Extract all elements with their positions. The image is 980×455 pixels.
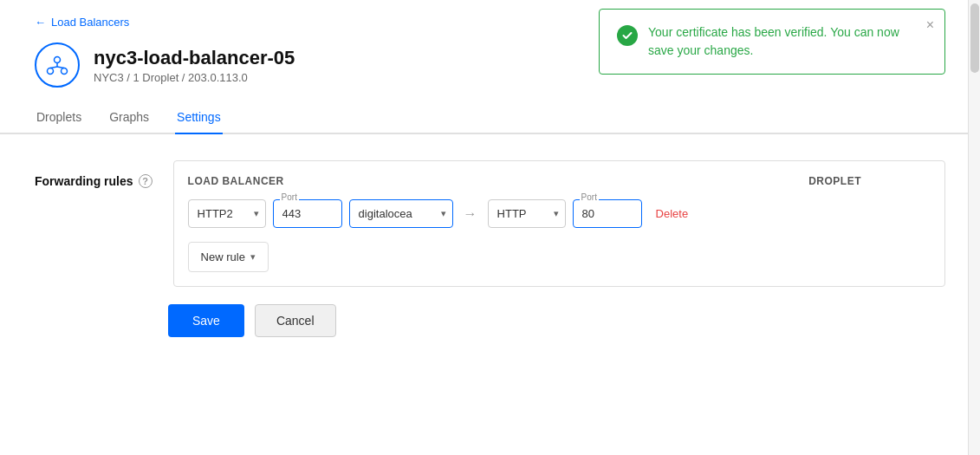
lb-port-input[interactable] <box>273 199 342 228</box>
rules-header-lb: Load Balancer <box>188 175 809 187</box>
scrollbar-thumb[interactable] <box>970 3 979 73</box>
save-button[interactable]: Save <box>168 304 244 337</box>
droplet-port-label: Port <box>580 192 599 202</box>
lb-avatar <box>35 42 80 88</box>
arrow-icon: → <box>460 206 481 222</box>
tab-graphs[interactable]: Graphs <box>107 103 151 134</box>
lb-protocol-wrapper[interactable]: HTTP2 HTTP HTTPS TCP ▾ <box>188 199 266 228</box>
delete-rule-button[interactable]: Delete <box>656 207 689 220</box>
lb-subtitle: NYC3 / 1 Droplet / 203.0.113.0 <box>94 71 295 84</box>
rules-header: Load Balancer Droplet <box>188 175 931 187</box>
back-arrow-icon: ← <box>35 16 46 29</box>
lb-protocol-select[interactable]: HTTP2 HTTP HTTPS TCP <box>188 199 266 228</box>
droplet-port-wrapper: Port <box>573 199 642 228</box>
new-rule-label: New rule <box>201 250 245 263</box>
lb-avatar-icon <box>45 53 69 77</box>
toast-message: Your certificate has been verified. You … <box>648 23 910 60</box>
help-icon[interactable]: ? <box>139 174 153 188</box>
new-rule-chevron-icon: ▾ <box>250 251 256 263</box>
toast-close-button[interactable]: × <box>926 18 934 32</box>
scrollbar-track[interactable] <box>968 0 980 455</box>
section-label-text: Forwarding rules <box>35 174 133 188</box>
forwarding-rules-section: Forwarding rules ? Load Balancer Droplet… <box>35 160 945 287</box>
toast-check-icon <box>617 25 638 46</box>
certificate-select[interactable]: digitalocea <box>349 199 453 228</box>
svg-point-2 <box>62 68 68 75</box>
checkmark-icon <box>621 29 633 42</box>
certificate-wrapper[interactable]: digitalocea ▾ <box>349 199 453 228</box>
section-label: Forwarding rules ? <box>35 160 153 188</box>
droplet-port-input[interactable] <box>573 199 642 228</box>
droplet-protocol-select[interactable]: HTTP HTTPS TCP <box>488 199 566 228</box>
rules-box: Load Balancer Droplet HTTP2 HTTP HTTPS T… <box>173 160 945 287</box>
action-row: Save Cancel <box>35 304 945 337</box>
toast-notification: Your certificate has been verified. You … <box>599 9 945 75</box>
svg-point-0 <box>55 57 61 63</box>
svg-line-5 <box>57 67 64 68</box>
lb-port-label: Port <box>280 192 299 202</box>
tab-settings[interactable]: Settings <box>175 103 223 134</box>
main-content: Forwarding rules ? Load Balancer Droplet… <box>0 134 980 363</box>
tabs-bar: Droplets Graphs Settings <box>0 103 980 134</box>
cancel-button[interactable]: Cancel <box>255 304 336 337</box>
breadcrumb-link[interactable]: Load Balancers <box>51 16 129 29</box>
lb-port-wrapper: Port <box>273 199 342 228</box>
svg-line-4 <box>50 67 57 68</box>
tab-droplets[interactable]: Droplets <box>35 103 83 134</box>
new-rule-button[interactable]: New rule ▾ <box>188 242 269 272</box>
rules-header-droplet: Droplet <box>808 175 931 187</box>
droplet-protocol-wrapper[interactable]: HTTP HTTPS TCP ▾ <box>488 199 566 228</box>
svg-point-1 <box>48 68 54 75</box>
lb-title: nyc3-load-balancer-05 <box>94 47 295 69</box>
rule-row: HTTP2 HTTP HTTPS TCP ▾ Port digitalocea <box>188 199 931 228</box>
lb-title-group: nyc3-load-balancer-05 NYC3 / 1 Droplet /… <box>94 47 295 84</box>
